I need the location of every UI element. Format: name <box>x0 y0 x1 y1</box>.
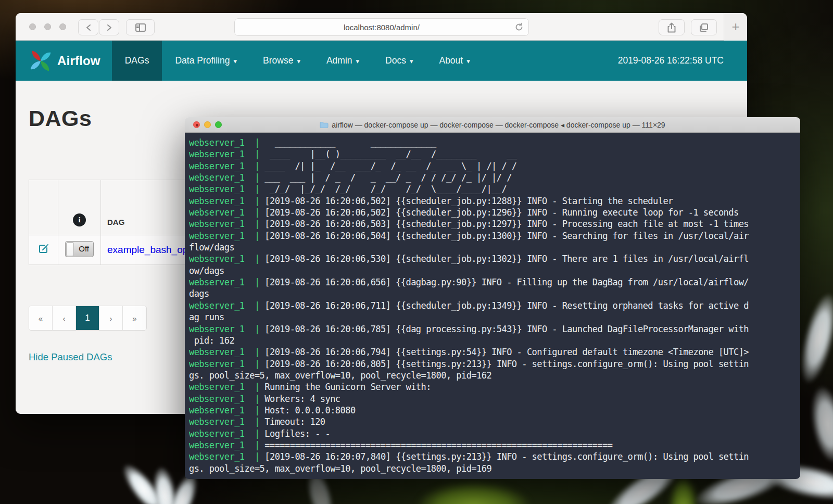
plus-icon: + <box>731 19 739 35</box>
nav-item-docs[interactable]: Docs ▾ <box>372 41 426 81</box>
log-prefix: webserver_1 | <box>189 324 264 334</box>
log-prefix: webserver_1 | <box>189 382 264 392</box>
log-prefix: webserver_1 | <box>189 161 264 171</box>
pagination-prev[interactable]: ‹ <box>53 306 76 330</box>
terminal-log-line: webserver_1 | Timeout: 120 <box>189 416 800 427</box>
terminal-log-line: webserver_1 | [2019-08-26 16:20:06,794] … <box>189 346 800 358</box>
share-button[interactable] <box>659 19 685 35</box>
log-message: [2019-08-26 16:20:06,785] {{dag_processi… <box>264 324 749 334</box>
log-message: [2019-08-26 16:20:06,530] {{scheduler_jo… <box>264 254 749 264</box>
terminal-titlebar: airflow — docker-compose up — docker-com… <box>185 117 800 133</box>
nav-menu: DAGs Data Profiling ▾ Browse ▾ Admin ▾ D… <box>112 41 483 81</box>
terminal-log-line: ag runs <box>189 311 800 323</box>
sidebar-toggle-button[interactable] <box>126 19 155 35</box>
log-message: [2019-08-26 16:20:07,840] {{settings.py:… <box>264 451 749 462</box>
log-prefix: webserver_1 | <box>189 429 264 439</box>
log-message: Timeout: 120 <box>264 417 325 427</box>
zoom-button[interactable] <box>59 23 66 30</box>
zoom-button[interactable] <box>215 121 222 128</box>
terminal-log-line: webserver_1 | Workers: 4 sync <box>189 393 800 405</box>
pagination-first[interactable]: « <box>29 306 53 330</box>
tabs-icon <box>699 23 709 32</box>
terminal-log-line: webserver_1 | [2019-08-26 16:20:06,502] … <box>189 207 800 218</box>
terminal-log-line: webserver_1 | ____ /| |_ /__ ___/_ /_ __… <box>189 160 800 172</box>
log-message: flow/dags <box>189 242 234 253</box>
log-message: [2019-08-26 16:20:06,504] {{scheduler_jo… <box>264 231 749 241</box>
log-message: ___ ___ | / _ / _ __/ _ / / /_/ /_ |/ |/… <box>264 172 512 183</box>
terminal-log-line: ow/dags <box>189 265 800 276</box>
reload-button[interactable] <box>514 22 524 34</box>
nav-item-browse[interactable]: Browse ▾ <box>250 41 313 81</box>
pagination-last[interactable]: » <box>123 306 146 330</box>
terminal-log-line: webserver_1 | [2019-08-26 16:20:06,504] … <box>189 230 800 242</box>
dag-pause-toggle[interactable]: Off <box>65 241 94 257</box>
terminal-log-line: webserver_1 | Logfiles: - - <box>189 428 800 439</box>
pagination-next[interactable]: › <box>99 306 123 330</box>
chevron-down-icon: ▾ <box>466 57 470 65</box>
hide-paused-dags-link[interactable]: Hide Paused DAGs <box>29 351 112 363</box>
edit-dag-button[interactable] <box>29 235 58 265</box>
terminal-log-line: webserver_1 | ____ |__( )_________ __/__… <box>189 148 800 160</box>
log-message: ____________ _____________ <box>264 137 436 148</box>
log-message: _/_/ |_/_/ /_/ /_/ /_/ \____/____/|__/ <box>264 184 507 194</box>
nav-item-about[interactable]: About ▾ <box>426 41 483 81</box>
terminal-log-line: webserver_1 | [2019-08-26 16:20:06,503] … <box>189 218 800 230</box>
close-button[interactable] <box>29 23 36 30</box>
folder-icon <box>320 121 329 129</box>
minimize-button[interactable] <box>44 23 51 30</box>
terminal-log-line: gs. pool_size=5, max_overflow=10, pool_r… <box>189 463 800 474</box>
back-button[interactable] <box>78 19 98 35</box>
terminal-log-line: webserver_1 | Running the Gunicorn Serve… <box>189 381 800 393</box>
log-message: ow/dags <box>189 266 224 276</box>
nav-item-dags[interactable]: DAGs <box>112 41 162 81</box>
terminal-log-line: flow/dags <box>189 242 800 253</box>
nav-item-admin[interactable]: Admin ▾ <box>313 41 372 81</box>
chevron-down-icon: ▾ <box>233 57 237 65</box>
edit-pencil-icon <box>38 243 49 255</box>
toggle-label: Off <box>79 244 89 253</box>
terminal-log-line: webserver_1 | ____________ _____________ <box>189 137 800 148</box>
chevron-down-icon: ▾ <box>297 57 300 65</box>
address-bar[interactable]: localhost:8080/admin/ <box>234 18 529 36</box>
log-prefix: webserver_1 | <box>189 149 264 159</box>
terminal-log-line: webserver_1 | [2019-08-26 16:20:06,785] … <box>189 323 800 335</box>
close-button[interactable] <box>193 121 200 128</box>
terminal-log-line: webserver_1 | [2019-08-26 16:20:06,656] … <box>189 276 800 288</box>
tab-overview-button[interactable] <box>691 19 717 35</box>
log-prefix: webserver_1 | <box>189 219 264 229</box>
log-message: Running the Gunicorn Server with: <box>264 382 431 392</box>
terminal-log-line: webserver_1 | [2019-08-26 16:20:06,502] … <box>189 195 800 207</box>
terminal-log-line: webserver_1 | [2019-08-26 16:20:07,840] … <box>189 451 800 462</box>
terminal-log-line: webserver_1 | [2019-08-26 16:20:06,530] … <box>189 253 800 264</box>
daisy-petal <box>805 383 833 465</box>
log-prefix: webserver_1 | <box>189 394 264 404</box>
log-prefix: webserver_1 | <box>189 451 264 462</box>
terminal-log-line: webserver_1 | ==========================… <box>189 439 800 451</box>
pagination-page-1[interactable]: 1 <box>76 306 99 330</box>
log-message: pid: 162 <box>189 335 234 346</box>
nav-item-data-profiling[interactable]: Data Profiling ▾ <box>162 41 250 81</box>
reload-icon <box>514 22 524 32</box>
airflow-brand[interactable]: Airflow <box>16 41 100 81</box>
pagination: « ‹ 1 › » <box>29 306 147 331</box>
log-message: Host: 0.0.0.0:8080 <box>264 405 355 415</box>
log-message: Logfiles: - - <box>264 429 330 439</box>
log-message: [2019-08-26 16:20:06,794] {{settings.py:… <box>264 347 749 357</box>
forward-button[interactable] <box>99 19 119 35</box>
log-prefix: webserver_1 | <box>189 417 264 427</box>
browser-toolbar: localhost:8080/admin/ + <box>16 13 747 41</box>
utc-clock: 2019-08-26 16:22:58 UTC <box>618 41 724 81</box>
minimize-button[interactable] <box>204 121 211 128</box>
brand-name: Airflow <box>57 54 100 68</box>
log-message: [2019-08-26 16:20:06,656] {{dagbag.py:90… <box>264 277 749 287</box>
page-title: DAGs <box>29 106 92 131</box>
log-prefix: webserver_1 | <box>189 405 264 415</box>
new-tab-button[interactable]: + <box>724 13 747 41</box>
log-message: [2019-08-26 16:20:06,805] {{settings.py:… <box>264 359 749 369</box>
terminal-content[interactable]: webserver_1 | ____________ _____________… <box>185 133 800 479</box>
log-prefix: webserver_1 | <box>189 440 264 450</box>
chevron-down-icon: ▾ <box>410 57 413 65</box>
chevron-right-icon <box>106 24 112 31</box>
terminal-log-line: webserver_1 | Host: 0.0.0.0:8080 <box>189 405 800 416</box>
daisy-leaf <box>416 482 531 504</box>
